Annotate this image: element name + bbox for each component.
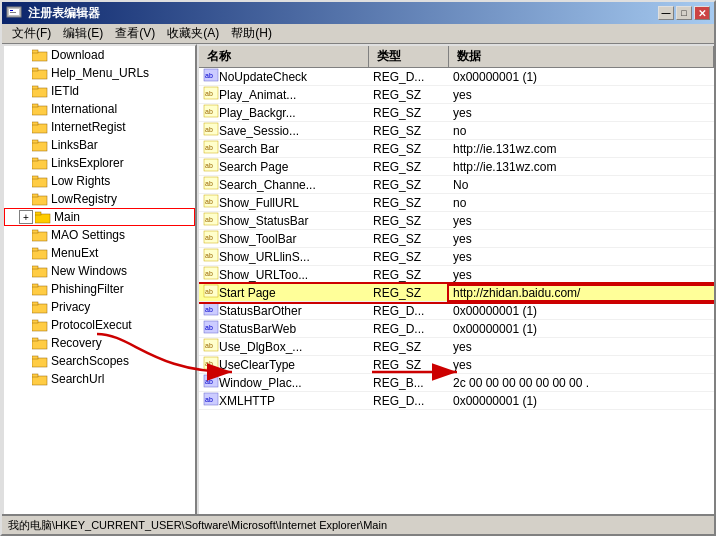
reg-name-cell: ab Use_DlgBox_... <box>199 338 369 355</box>
reg-row-icon: ab <box>203 338 219 355</box>
main-window: 注册表编辑器 — □ ✕ 文件(F) 编辑(E) 查看(V) 收藏夹(A) 帮助… <box>0 0 716 536</box>
svg-text:ab: ab <box>205 216 213 223</box>
reg-name: Search Bar <box>219 142 279 156</box>
svg-rect-7 <box>32 68 38 71</box>
folder-icon <box>32 318 48 332</box>
string-icon: ab <box>203 176 219 190</box>
string-icon: ab <box>203 104 219 118</box>
tree-item-lowregistry[interactable]: LowRegistry <box>4 190 195 208</box>
tree-item-main[interactable]: + Main <box>4 208 195 226</box>
reg-row-icon: ab <box>203 86 219 103</box>
table-row[interactable]: ab Show_FullURL REG_SZ no <box>199 194 714 212</box>
minimize-button[interactable]: — <box>658 6 674 20</box>
close-button[interactable]: ✕ <box>694 6 710 20</box>
table-row[interactable]: ab Play_Backgr... REG_SZ yes <box>199 104 714 122</box>
folder-icon <box>32 48 48 62</box>
folder-icon <box>32 372 48 386</box>
registry-table[interactable]: 名称 类型 数据 ab NoUpdateCheck REG_D... 0x000… <box>197 44 714 514</box>
table-row[interactable]: ab Start Page REG_SZ http://zhidan.baidu… <box>199 284 714 302</box>
reg-name: Window_Plac... <box>219 376 302 390</box>
content-wrapper: Download Help_Menu_URLs IETld Internatio… <box>2 44 714 514</box>
menu-favorites[interactable]: 收藏夹(A) <box>161 24 225 43</box>
svg-text:ab: ab <box>205 396 213 403</box>
tree-item-low-rights[interactable]: Low Rights <box>4 172 195 190</box>
tree-item-label: Recovery <box>51 336 102 350</box>
col-header-data: 数据 <box>449 46 714 67</box>
table-row[interactable]: ab UseClearType REG_SZ yes <box>199 356 714 374</box>
table-row[interactable]: ab Play_Animat... REG_SZ yes <box>199 86 714 104</box>
tree-item-download[interactable]: Download <box>4 46 195 64</box>
expand-icon[interactable]: + <box>19 210 33 224</box>
menu-view[interactable]: 查看(V) <box>109 24 161 43</box>
table-row[interactable]: ab Search_Channe... REG_SZ No <box>199 176 714 194</box>
table-row[interactable]: ab Save_Sessio... REG_SZ no <box>199 122 714 140</box>
table-row[interactable]: ab NoUpdateCheck REG_D... 0x00000001 (1) <box>199 68 714 86</box>
svg-text:ab: ab <box>205 288 213 295</box>
table-row[interactable]: ab Use_DlgBox_... REG_SZ yes <box>199 338 714 356</box>
registry-header: 名称 类型 数据 <box>199 46 714 68</box>
menu-edit[interactable]: 编辑(E) <box>57 24 109 43</box>
table-row[interactable]: ab Show_URLToo... REG_SZ yes <box>199 266 714 284</box>
reg-name: Save_Sessio... <box>219 124 299 138</box>
reg-name-cell: ab Show_StatusBar <box>199 212 369 229</box>
tree-item-label: ProtocolExecut <box>51 318 132 332</box>
reg-row-icon: ab <box>203 266 219 283</box>
tree-item-searchurl[interactable]: SearchUrl <box>4 370 195 388</box>
reg-row-icon: ab <box>203 212 219 229</box>
menu-file[interactable]: 文件(F) <box>6 24 57 43</box>
table-row[interactable]: ab XMLHTTP REG_D... 0x00000001 (1) <box>199 392 714 410</box>
registry-panel: 名称 类型 数据 ab NoUpdateCheck REG_D... 0x000… <box>197 44 714 514</box>
table-row[interactable]: ab Search Bar REG_SZ http://ie.131wz.com <box>199 140 714 158</box>
tree-item-international[interactable]: International <box>4 100 195 118</box>
svg-rect-16 <box>32 160 47 169</box>
reg-data-cell: yes <box>449 232 714 246</box>
table-row[interactable]: ab Search Page REG_SZ http://ie.131wz.co… <box>199 158 714 176</box>
menu-bar: 文件(F) 编辑(E) 查看(V) 收藏夹(A) 帮助(H) <box>2 24 714 44</box>
reg-row-icon: ab <box>203 374 219 391</box>
tree-item-searchscopes[interactable]: SearchScopes <box>4 352 195 370</box>
tree-item-label: SearchUrl <box>51 372 104 386</box>
table-row[interactable]: ab Show_StatusBar REG_SZ yes <box>199 212 714 230</box>
reg-data-cell: yes <box>449 250 714 264</box>
reg-data-cell: http://ie.131wz.com <box>449 142 714 156</box>
svg-rect-26 <box>32 250 47 259</box>
reg-name: Start Page <box>219 286 276 300</box>
reg-type-cell: REG_SZ <box>369 340 449 354</box>
tree-item-linksexplorer[interactable]: LinksExplorer <box>4 154 195 172</box>
table-row[interactable]: ab Window_Plac... REG_B... 2c 00 00 00 0… <box>199 374 714 392</box>
maximize-button[interactable]: □ <box>676 6 692 20</box>
table-row[interactable]: ab Show_URLlinS... REG_SZ yes <box>199 248 714 266</box>
tree-item-label: LinksExplorer <box>51 156 124 170</box>
table-row[interactable]: ab Show_ToolBar REG_SZ yes <box>199 230 714 248</box>
reg-name: StatusBarWeb <box>219 322 296 336</box>
tree-item-protocolexecut[interactable]: ProtocolExecut <box>4 316 195 334</box>
string-icon: ab <box>203 356 219 370</box>
reg-name: Play_Backgr... <box>219 106 296 120</box>
col-header-name: 名称 <box>199 46 369 67</box>
svg-rect-3 <box>10 12 16 13</box>
table-row[interactable]: ab StatusBarOther REG_D... 0x00000001 (1… <box>199 302 714 320</box>
tree-item-ietld[interactable]: IETld <box>4 82 195 100</box>
tree-panel[interactable]: Download Help_Menu_URLs IETld Internatio… <box>2 44 197 514</box>
reg-data-cell: yes <box>449 340 714 354</box>
table-row[interactable]: ab StatusBarWeb REG_D... 0x00000001 (1) <box>199 320 714 338</box>
tree-item-internetregist[interactable]: InternetRegist <box>4 118 195 136</box>
svg-rect-41 <box>32 374 38 377</box>
tree-item-new-windows[interactable]: New Windows <box>4 262 195 280</box>
tree-item-mao-settings[interactable]: MAO Settings <box>4 226 195 244</box>
svg-rect-20 <box>32 196 47 205</box>
svg-rect-29 <box>32 266 38 269</box>
tree-item-linksbar[interactable]: LinksBar <box>4 136 195 154</box>
reg-name-cell: ab Search Page <box>199 158 369 175</box>
tree-item-recovery[interactable]: Recovery <box>4 334 195 352</box>
title-bar-text: 注册表编辑器 <box>6 5 100 22</box>
tree-item-menuext[interactable]: MenuExt <box>4 244 195 262</box>
svg-rect-8 <box>32 88 47 97</box>
tree-item-help-menu-urls[interactable]: Help_Menu_URLs <box>4 64 195 82</box>
svg-rect-15 <box>32 140 38 143</box>
tree-item-privacy[interactable]: Privacy <box>4 298 195 316</box>
reg-row-icon: ab <box>203 284 219 301</box>
reg-type-cell: REG_D... <box>369 322 449 336</box>
tree-item-phishingfilter[interactable]: PhishingFilter <box>4 280 195 298</box>
menu-help[interactable]: 帮助(H) <box>225 24 278 43</box>
